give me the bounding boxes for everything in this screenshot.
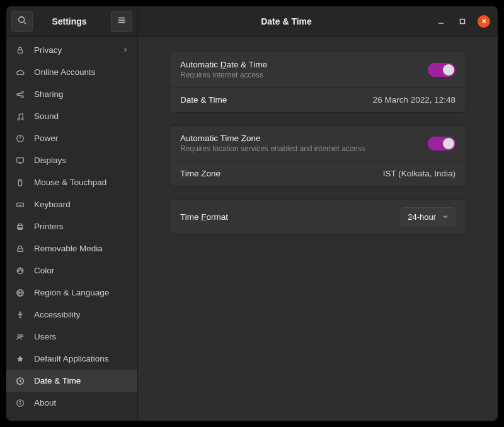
sidebar-item-about[interactable]: About — [6, 392, 137, 414]
search-icon — [18, 16, 26, 27]
sidebar-item-label: Date & Time — [34, 376, 129, 385]
automatic-time-zone-toggle[interactable] — [428, 137, 455, 151]
displays-icon — [15, 156, 25, 166]
sidebar-item-label: Removable Media — [34, 244, 129, 253]
svg-rect-23 — [17, 203, 24, 207]
printer-icon — [15, 222, 25, 232]
sidebar-title: Settings — [33, 16, 106, 26]
automatic-date-time-subtitle: Requires internet access — [180, 71, 428, 79]
search-button[interactable] — [11, 11, 33, 32]
svg-point-30 — [20, 268, 21, 270]
titlebar-center: Date & Time — [138, 6, 498, 36]
time-zone-row[interactable]: Time Zone IST (Kolkata, India) — [170, 161, 466, 186]
minimize-icon — [438, 18, 444, 25]
page-title: Date & Time — [138, 16, 435, 26]
sidebar-item-color[interactable]: Color — [6, 259, 137, 282]
automatic-date-time-row: Automatic Date & Time Requires internet … — [170, 52, 466, 87]
sidebar-item-date-time[interactable]: Date & Time — [6, 370, 137, 392]
sidebar-item-label: Keyboard — [34, 200, 129, 209]
sidebar-item-label: Region & Language — [34, 288, 129, 297]
sidebar: PrivacyOnline AccountsSharingSoundPowerD… — [6, 37, 138, 421]
drive-icon — [15, 244, 25, 254]
sidebar-item-label: Users — [34, 332, 129, 341]
sidebar-item-sound[interactable]: Sound — [6, 105, 137, 127]
sidebar-item-mouse-touchpad[interactable]: Mouse & Touchpad — [6, 171, 137, 193]
color-icon — [15, 266, 25, 276]
sidebar-item-keyboard[interactable]: Keyboard — [6, 193, 137, 215]
automatic-date-time-title: Automatic Date & Time — [180, 60, 428, 69]
automatic-date-time-toggle[interactable] — [428, 63, 455, 77]
mouse-icon — [15, 178, 25, 188]
sidebar-item-label: Accessibility — [34, 310, 129, 319]
time-format-value: 24-hour — [408, 212, 436, 222]
maximize-button[interactable] — [456, 15, 469, 28]
users-icon — [15, 332, 25, 342]
svg-line-13 — [19, 93, 21, 94]
svg-point-10 — [17, 93, 20, 96]
text: Time — [180, 212, 201, 222]
sidebar-item-label: Printers — [34, 222, 129, 231]
sidebar-item-label: Mouse & Touchpad — [34, 178, 129, 187]
cloud-icon — [15, 67, 25, 77]
automatic-time-zone-subtitle: Requires location services enabled and i… — [180, 144, 428, 153]
window-body: PrivacyOnline AccountsSharingSoundPowerD… — [6, 37, 498, 421]
time-format-group: Time Format 24-hour — [169, 199, 466, 234]
mnemonic: D — [220, 60, 227, 69]
sidebar-item-sharing[interactable]: Sharing — [6, 83, 137, 105]
svg-rect-9 — [18, 50, 23, 53]
date-time-row[interactable]: Date & Time 26 March 2022, 12:48 — [170, 87, 466, 112]
globe-icon — [15, 288, 25, 298]
sidebar-item-online-accounts[interactable]: Online Accounts — [6, 61, 137, 83]
power-icon — [15, 134, 25, 144]
sidebar-item-label: About — [34, 398, 129, 407]
titlebar-left: Settings — [6, 6, 138, 36]
time-format-combo[interactable]: 24-hour — [401, 207, 455, 226]
mnemonic: F — [201, 212, 206, 222]
svg-line-14 — [19, 94, 21, 96]
maximize-icon — [459, 18, 466, 25]
text: one — [246, 134, 261, 143]
chevron-down-icon — [442, 212, 449, 222]
hamburger-menu-button[interactable] — [111, 11, 132, 32]
chevron-right-icon — [122, 45, 129, 55]
row-main: Automatic Date & Time Requires internet … — [180, 60, 428, 79]
sidebar-item-region-language[interactable]: Region & Language — [6, 282, 137, 304]
svg-point-36 — [20, 312, 21, 314]
time-format-label: Time Format — [180, 212, 401, 222]
text: Automatic — [180, 60, 220, 69]
music-icon — [15, 111, 25, 122]
svg-point-31 — [21, 270, 23, 271]
sidebar-item-accessibility[interactable]: Accessibility — [6, 304, 137, 326]
share-icon — [15, 89, 25, 100]
close-icon — [481, 18, 487, 24]
time-zone-label: Time Zone — [180, 169, 383, 178]
svg-point-37 — [18, 334, 20, 337]
sidebar-item-users[interactable]: Users — [6, 326, 137, 348]
sidebar-item-default-applications[interactable]: Default Applications — [6, 348, 137, 370]
text: ormat — [207, 212, 229, 222]
window-controls — [435, 15, 498, 28]
sidebar-item-label: Sharing — [34, 89, 129, 99]
settings-window: Settings Date & Time Pri — [6, 6, 498, 421]
svg-point-16 — [21, 118, 23, 120]
svg-line-1 — [24, 21, 26, 24]
sidebar-item-power[interactable]: Power — [6, 127, 137, 149]
sidebar-item-label: Sound — [34, 111, 129, 121]
minimize-button[interactable] — [435, 15, 447, 28]
date-time-group: Automatic Date & Time Requires internet … — [169, 52, 466, 113]
time-format-row: Time Format 24-hour — [170, 200, 466, 234]
hamburger-icon — [117, 16, 126, 27]
date-time-label: Date & Time — [180, 95, 373, 105]
svg-point-0 — [19, 16, 25, 22]
sidebar-item-displays[interactable]: Displays — [6, 149, 137, 171]
sidebar-item-removable-media[interactable]: Removable Media — [6, 237, 137, 259]
time-zone-group: Automatic Time Zone Requires location se… — [169, 125, 466, 186]
mnemonic: Z — [241, 134, 246, 143]
close-button[interactable] — [478, 15, 490, 28]
accessibility-icon — [15, 310, 25, 320]
info-icon — [15, 398, 25, 408]
svg-point-38 — [21, 334, 23, 337]
automatic-time-zone-title: Automatic Time Zone — [180, 134, 428, 143]
sidebar-item-privacy[interactable]: Privacy — [6, 39, 137, 61]
sidebar-item-printers[interactable]: Printers — [6, 215, 137, 237]
